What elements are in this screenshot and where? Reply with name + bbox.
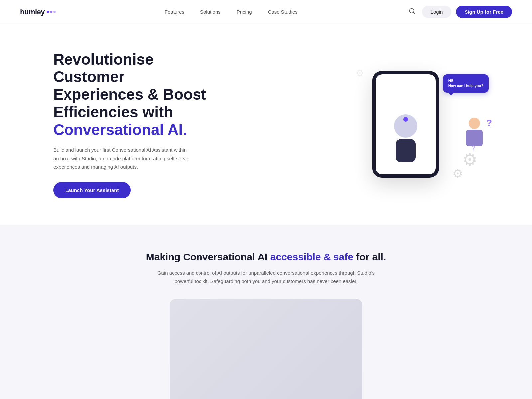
accessible-safe-section: Making Conversational AI accessible & sa… <box>0 225 532 399</box>
person-body <box>466 130 483 146</box>
video-container[interactable]: humleyStudio <box>170 299 362 399</box>
nav-features[interactable]: Features <box>165 9 184 15</box>
robot-illustration <box>389 114 422 174</box>
logo[interactable]: humley <box>20 8 56 16</box>
video-inner: humleyStudio <box>170 299 362 399</box>
gear-icon-medium: ⚙ <box>452 168 466 181</box>
logo-dots <box>47 11 56 13</box>
hero-heading-highlight: Conversational AI. <box>53 121 187 138</box>
login-button[interactable]: Login <box>422 6 452 18</box>
hero-text-block: Revolutionise Customer Experiences & Boo… <box>53 51 226 198</box>
phone-mockup <box>372 71 439 178</box>
hero-illustration: ⚙ ✉ Hi!How can I help you? ⚙ ⚙ ? ? <box>352 65 492 184</box>
section2-heading: Making Conversational AI accessible & sa… <box>20 251 512 263</box>
nav-case-studies[interactable]: Case Studies <box>268 9 298 15</box>
section2-description: Gain access and control of AI outputs fo… <box>150 269 382 286</box>
logo-dot-2 <box>50 11 52 13</box>
section2-heading-accent: accessible & safe <box>270 251 353 262</box>
search-button[interactable] <box>407 6 417 18</box>
logo-text: humley <box>20 8 45 16</box>
nav-links: Features Solutions Pricing Case Studies <box>165 9 298 15</box>
nav-pricing[interactable]: Pricing <box>237 9 252 15</box>
launch-assistant-button[interactable]: Launch Your Assistant <box>53 182 131 198</box>
phone-screen <box>376 74 436 174</box>
nav-solutions[interactable]: Solutions <box>200 9 221 15</box>
hero-heading: Revolutionise Customer Experiences & Boo… <box>53 51 226 138</box>
logo-dot-1 <box>47 11 49 13</box>
speech-bubble: Hi!How can I help you? <box>443 74 489 93</box>
nav-actions: Login Sign Up for Free <box>407 6 512 18</box>
robot-torso <box>396 139 416 162</box>
person-head <box>469 118 480 129</box>
search-icon <box>409 8 415 14</box>
logo-dot-3 <box>53 11 56 13</box>
question-mark-large: ? <box>486 118 492 128</box>
hero-description: Build and launch your first Conversation… <box>53 146 193 171</box>
gear-icon-small: ⚙ <box>356 68 364 79</box>
robot-head <box>394 114 417 138</box>
question-mark-small: ? <box>471 144 475 152</box>
svg-line-1 <box>413 12 414 14</box>
navbar: humley Features Solutions Pricing Case S… <box>0 0 532 24</box>
signup-button[interactable]: Sign Up for Free <box>456 6 512 18</box>
hero-section: Revolutionise Customer Experiences & Boo… <box>0 24 532 225</box>
